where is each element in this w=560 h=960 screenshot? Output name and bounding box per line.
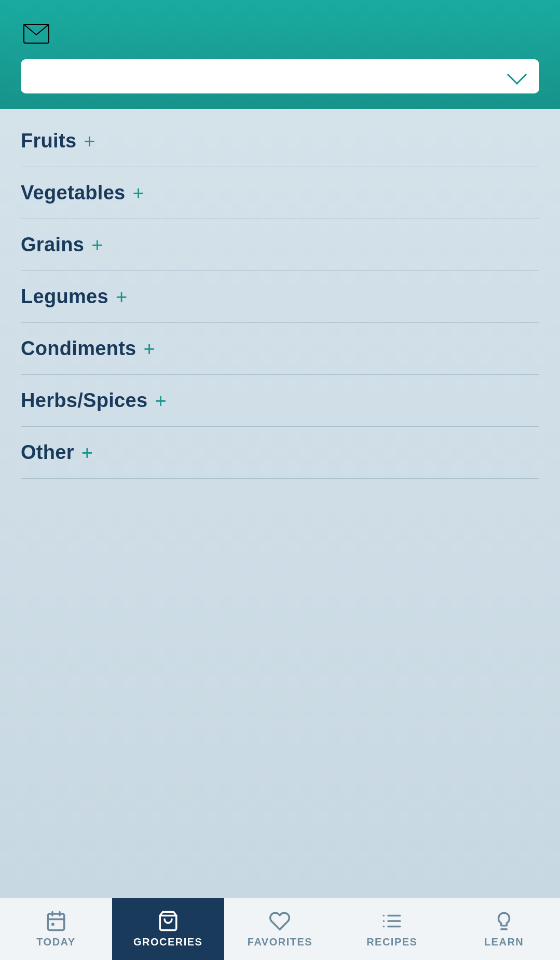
category-item-fruits[interactable]: Fruits + <box>21 125 539 167</box>
bottom-nav: TODAY GROCERIES FAVORITES RECIPES LEARN <box>0 898 560 960</box>
category-list: Fruits + Vegetables + Grains + Legumes +… <box>21 125 539 479</box>
add-grains-icon[interactable]: + <box>91 235 103 255</box>
nav-item-groceries[interactable]: GROCERIES <box>112 898 224 960</box>
nav-item-learn[interactable]: LEARN <box>448 898 560 960</box>
category-name-vegetables: Vegetables <box>21 182 126 204</box>
category-name-grains: Grains <box>21 234 84 256</box>
mail-icon[interactable] <box>21 21 52 47</box>
category-item-grains[interactable]: Grains + <box>21 219 539 271</box>
lightbulb-icon <box>493 910 515 932</box>
nav-label-learn: LEARN <box>484 936 524 948</box>
nav-item-today[interactable]: TODAY <box>0 898 112 960</box>
heart-icon <box>269 910 291 932</box>
category-name-herbs-spices: Herbs/Spices <box>21 389 147 412</box>
nav-label-groceries: GROCERIES <box>133 936 203 948</box>
add-fruits-icon[interactable]: + <box>84 131 95 151</box>
category-name-fruits: Fruits <box>21 130 76 152</box>
category-name-other: Other <box>21 441 74 464</box>
nav-label-recipes: RECIPES <box>366 936 417 948</box>
basket-icon <box>157 910 179 932</box>
add-herbs-spices-icon[interactable]: + <box>155 391 166 411</box>
nav-label-today: TODAY <box>36 936 75 948</box>
add-legumes-icon[interactable]: + <box>116 287 127 307</box>
week-selector[interactable] <box>21 59 539 93</box>
category-item-herbs-spices[interactable]: Herbs/Spices + <box>21 375 539 427</box>
calendar-icon <box>45 910 67 932</box>
list-icon <box>381 910 403 932</box>
add-other-icon[interactable]: + <box>81 443 93 463</box>
category-name-legumes: Legumes <box>21 286 108 308</box>
category-item-vegetables[interactable]: Vegetables + <box>21 167 539 219</box>
nav-item-favorites[interactable]: FAVORITES <box>224 898 336 960</box>
add-condiments-icon[interactable]: + <box>144 339 155 359</box>
svg-rect-5 <box>51 923 54 926</box>
nav-item-recipes[interactable]: RECIPES <box>336 898 448 960</box>
header-top <box>21 21 539 47</box>
header <box>0 0 560 109</box>
nav-label-favorites: FAVORITES <box>248 936 312 948</box>
add-vegetables-icon[interactable]: + <box>133 183 144 203</box>
category-name-condiments: Condiments <box>21 337 136 360</box>
main-content: Fruits + Vegetables + Grains + Legumes +… <box>0 109 560 898</box>
category-item-other[interactable]: Other + <box>21 427 539 479</box>
category-item-legumes[interactable]: Legumes + <box>21 271 539 323</box>
category-item-condiments[interactable]: Condiments + <box>21 323 539 375</box>
svg-rect-1 <box>48 914 64 930</box>
chevron-down-icon <box>507 72 523 81</box>
